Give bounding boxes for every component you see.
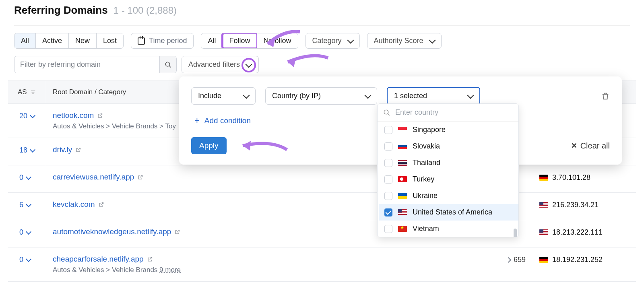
checkbox[interactable] <box>384 159 392 167</box>
page-range: 1 - 100 (2,888) <box>114 5 177 16</box>
value-select[interactable]: 1 selected <box>387 87 480 105</box>
table-row: 0cheapcarforsale.netlify.app Autos & Veh… <box>8 247 636 282</box>
as-cell[interactable]: 0 <box>8 220 46 237</box>
flag-icon <box>539 257 548 263</box>
table-row: 6kevclak.com 216.239.34.21 <box>8 193 636 220</box>
status-tab-lost[interactable]: Lost <box>97 33 123 48</box>
sort-icon <box>30 89 36 95</box>
chevron-down-icon <box>243 92 250 99</box>
checkbox[interactable] <box>384 192 392 200</box>
as-cell[interactable]: 0 <box>8 165 46 182</box>
flag-icon <box>398 226 407 232</box>
as-cell[interactable]: 18 <box>8 138 46 155</box>
flag-icon <box>398 193 407 199</box>
country-name: Singapore <box>413 126 446 134</box>
status-tab-active[interactable]: Active <box>36 33 69 48</box>
ip-cell: 216.239.34.21 <box>539 193 636 209</box>
chevron-down-icon <box>26 202 31 207</box>
authority-dropdown[interactable]: Authority Score <box>367 33 442 49</box>
metric-select[interactable]: Country (by IP) <box>265 87 377 105</box>
country-option[interactable]: Ukraine <box>379 188 518 204</box>
external-link-icon <box>147 256 153 262</box>
include-select[interactable]: Include <box>191 87 256 105</box>
as-cell[interactable]: 0 <box>8 247 46 264</box>
close-icon: ✕ <box>571 141 577 150</box>
country-option[interactable]: Singapore <box>379 122 518 138</box>
country-search-input[interactable] <box>394 108 513 117</box>
flag-icon <box>398 176 407 182</box>
chevron-down-icon <box>30 113 35 118</box>
external-link-icon <box>174 229 180 235</box>
apply-button[interactable]: Apply <box>191 137 227 154</box>
checkbox[interactable] <box>384 208 392 216</box>
checkbox[interactable] <box>384 126 392 134</box>
chevron-down-icon <box>365 92 372 99</box>
category-dropdown[interactable]: Category <box>305 33 360 49</box>
domain-filter-input[interactable] <box>14 56 159 73</box>
scrollbar[interactable] <box>514 229 517 237</box>
country-option[interactable]: Slovakia <box>379 138 518 155</box>
external-link-icon <box>97 113 103 119</box>
status-tab-new[interactable]: New <box>69 33 97 48</box>
checkbox[interactable] <box>384 175 392 183</box>
time-period-button[interactable]: Time period <box>131 33 194 49</box>
external-link-icon <box>137 174 143 180</box>
table-row: 0automotiveknowledgeus.netlify.app 18.21… <box>8 220 636 247</box>
domain-link[interactable]: cheapcarforsale.netlify.app <box>53 255 153 264</box>
follow-tab-nofollow[interactable]: Nofollow <box>257 33 298 48</box>
country-name: Ukraine <box>413 192 438 200</box>
plus-icon: + <box>194 115 200 126</box>
follow-segmented: All Follow Nofollow <box>201 33 298 49</box>
checkbox[interactable] <box>384 142 392 150</box>
condition-row: Include Country (by IP) 1 selected <box>191 87 610 105</box>
svg-point-0 <box>165 62 170 66</box>
chevron-down-icon <box>347 37 354 44</box>
as-cell[interactable]: 6 <box>8 193 46 209</box>
advanced-filter-popup: Include Country (by IP) 1 selected Singa… <box>179 76 622 165</box>
country-name: Turkey <box>413 175 434 183</box>
status-tab-all[interactable]: All <box>14 33 36 48</box>
page-header: Referring Domains 1 - 100 (2,888) <box>14 4 630 25</box>
domain-link[interactable]: automotiveknowledgeus.netlify.app <box>53 227 180 236</box>
col-as[interactable]: AS <box>8 81 46 103</box>
follow-tab-all[interactable]: All <box>201 33 223 48</box>
flag-icon <box>539 175 548 181</box>
chevron-down-icon <box>246 61 252 68</box>
country-name: Thailand <box>413 159 440 167</box>
domain-link[interactable]: driv.ly <box>53 145 81 154</box>
country-list[interactable]: SingaporeSlovakiaThailandTurkeyUkraineUn… <box>378 122 518 237</box>
backlinks-count: 659 <box>506 247 539 264</box>
country-name: Vietnam <box>413 225 439 233</box>
domain-link[interactable]: kevclak.com <box>53 200 104 209</box>
search-button[interactable] <box>159 56 176 73</box>
follow-tab-follow[interactable]: Follow <box>223 33 257 48</box>
country-name: Slovakia <box>413 142 440 150</box>
country-option[interactable]: Turkey <box>379 171 518 188</box>
chevron-highlight-circle <box>242 58 256 72</box>
search-icon <box>165 61 172 68</box>
svg-line-3 <box>388 113 390 115</box>
country-option[interactable]: Vietnam <box>379 221 518 237</box>
flag-icon <box>398 209 407 215</box>
clear-all-button[interactable]: ✕ Clear all <box>571 141 610 150</box>
checkbox[interactable] <box>384 225 392 233</box>
external-link-icon <box>75 147 81 153</box>
toolbar: All Active New Lost Time period All Foll… <box>14 25 630 56</box>
country-name: United States of America <box>413 208 492 216</box>
table-row: 0carreviewusa.netlify.app 3.70.101.28 <box>8 165 636 193</box>
country-option[interactable]: United States of America <box>378 204 518 221</box>
chevron-down-icon <box>467 92 474 99</box>
domain-link[interactable]: netlook.com <box>53 111 103 120</box>
domain-link[interactable]: carreviewusa.netlify.app <box>53 173 143 181</box>
external-link-icon <box>98 202 104 208</box>
advanced-filters-button[interactable]: Advanced filters <box>182 56 259 73</box>
page-title: Referring Domains <box>14 4 108 16</box>
delete-condition-button[interactable] <box>601 92 610 101</box>
as-cell[interactable]: 20 <box>8 104 46 120</box>
chevron-down-icon <box>26 256 31 262</box>
category-label: Category <box>312 37 342 45</box>
ip-cell: 18.213.222.111 <box>539 220 636 237</box>
country-option[interactable]: Thailand <box>379 155 518 171</box>
flag-icon <box>539 202 548 208</box>
chevron-down-icon <box>26 229 31 235</box>
